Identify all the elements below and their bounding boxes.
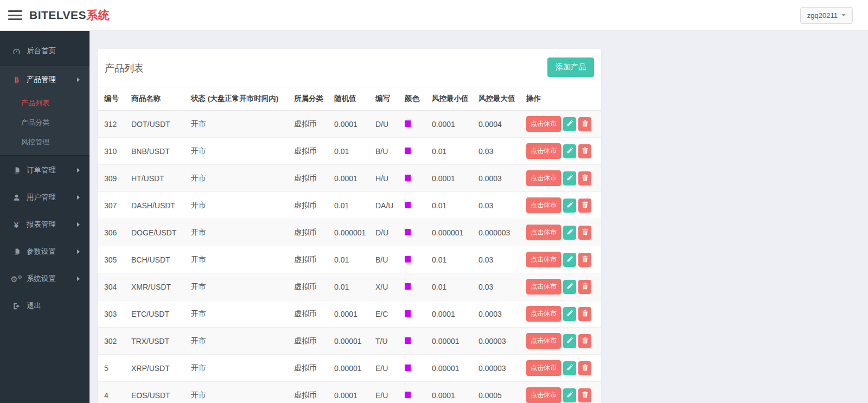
delete-button[interactable]	[578, 226, 591, 240]
sidebar-subitem[interactable]: 产品分类	[0, 113, 90, 132]
menu-toggle-icon[interactable]	[8, 10, 22, 20]
delete-button[interactable]	[578, 144, 591, 158]
close-market-button[interactable]: 点击休市	[526, 116, 561, 132]
cell-product-name: XMR/USDT	[125, 273, 184, 300]
cell-risk-min: 0.0001	[425, 300, 472, 328]
cell-risk-min: 0.000001	[425, 219, 472, 246]
cell-id: 309	[98, 165, 125, 192]
trash-icon	[581, 255, 589, 265]
column-header: 颜色	[398, 87, 425, 111]
cell-id: 312	[98, 111, 125, 138]
edit-button[interactable]	[563, 388, 576, 402]
close-market-button[interactable]: 点击休市	[526, 306, 561, 322]
sidebar-item-yen[interactable]: ¥报表管理	[0, 211, 90, 238]
cell-color	[398, 300, 425, 328]
cell-risk-min: 0.00001	[425, 355, 472, 382]
user-menu[interactable]: zgq20211	[800, 7, 853, 24]
edit-button[interactable]	[563, 361, 576, 375]
delete-button[interactable]	[578, 307, 591, 321]
cell-status: 开市	[184, 165, 288, 192]
cell-random-value: 0.000001	[328, 219, 369, 246]
cell-risk-max: 0.00003	[472, 328, 520, 355]
add-product-button[interactable]: 添加产品	[547, 57, 594, 77]
cell-id: 306	[98, 219, 125, 246]
close-market-button[interactable]: 点击休市	[526, 143, 561, 159]
cell-risk-max: 0.00003	[472, 355, 520, 382]
sidebar-group: 产品管理产品列表产品分类风控管理	[0, 66, 90, 156]
sidebar-item-bitcoin[interactable]: 产品管理	[0, 66, 90, 93]
username-label: zgq20211	[807, 11, 838, 20]
pencil-icon	[566, 255, 574, 265]
cell-id: 302	[98, 328, 125, 355]
cell-random-value: 0.01	[328, 138, 369, 165]
table-row: 305BCH/USDT开市虚拟币0.01B/U0.010.03 点击休市	[98, 246, 601, 273]
trash-icon	[581, 119, 589, 129]
pencil-icon	[566, 201, 574, 210]
table-row: 302TRX/USDT开市虚拟币0.00001T/U0.000010.00003…	[98, 328, 601, 355]
edit-button[interactable]	[563, 117, 576, 131]
card-header: 产品列表 添加产品	[98, 49, 601, 87]
edit-button[interactable]	[563, 226, 576, 240]
cell-risk-max: 0.0004	[472, 111, 520, 138]
close-market-button[interactable]: 点击休市	[526, 252, 561, 267]
sidebar-subitem[interactable]: 产品列表	[0, 93, 90, 113]
close-market-button[interactable]: 点击休市	[526, 360, 561, 376]
cell-actions: 点击休市	[520, 273, 601, 300]
trash-icon	[581, 282, 589, 292]
edit-button[interactable]	[563, 334, 576, 348]
sidebar-item-user[interactable]: 用户管理	[0, 184, 90, 211]
sidebar-item-dashboard[interactable]: 后台首页	[0, 37, 90, 65]
delete-button[interactable]	[578, 388, 591, 402]
cell-actions: 点击休市	[520, 328, 601, 355]
cell-category: 虚拟币	[288, 219, 328, 246]
edit-button[interactable]	[563, 144, 576, 158]
color-swatch	[405, 310, 411, 317]
close-market-button[interactable]: 点击休市	[526, 279, 561, 295]
sidebar-item-files[interactable]: 参数设置	[0, 238, 90, 265]
delete-button[interactable]	[578, 171, 591, 185]
edit-button[interactable]	[563, 253, 576, 267]
edit-button[interactable]	[563, 280, 576, 294]
close-market-button[interactable]: 点击休市	[526, 387, 561, 403]
sidebar-item-logout[interactable]: 退出	[0, 292, 90, 319]
delete-button[interactable]	[578, 334, 591, 348]
cell-id: 5	[98, 355, 125, 382]
close-market-button[interactable]: 点击休市	[526, 197, 561, 213]
cell-status: 开市	[184, 246, 288, 273]
table-row: 312DOT/USDT开市虚拟币0.0001D/U0.00010.0004 点击…	[98, 111, 601, 138]
trash-icon	[581, 228, 589, 238]
table-row: 309HT/USDT开市虚拟币0.0001H/U0.00010.0003 点击休…	[98, 165, 601, 192]
files-icon	[11, 167, 22, 175]
sidebar-item-gears[interactable]: ⚙⚙系统设置	[0, 265, 90, 292]
close-market-button[interactable]: 点击休市	[526, 225, 561, 240]
cell-actions: 点击休市	[520, 165, 601, 192]
delete-button[interactable]	[578, 253, 591, 267]
cell-color	[398, 165, 425, 192]
edit-button[interactable]	[563, 307, 576, 321]
cell-actions: 点击休市	[520, 111, 601, 138]
cell-status: 开市	[184, 138, 288, 165]
chevron-right-icon	[77, 277, 80, 281]
cell-color	[398, 111, 425, 138]
cell-abbreviation: D/U	[369, 219, 398, 246]
delete-button[interactable]	[578, 117, 591, 131]
delete-button[interactable]	[578, 361, 591, 375]
sidebar-item-label: 用户管理	[27, 193, 56, 202]
close-market-button[interactable]: 点击休市	[526, 333, 561, 349]
main-content: 产品列表 添加产品 编号商品名称状态 (大盘正常开市时间内)所属分类随机值编写颜…	[90, 31, 868, 403]
sidebar-item-files[interactable]: 订单管理	[0, 157, 90, 184]
delete-button[interactable]	[578, 280, 591, 294]
cell-actions: 点击休市	[520, 355, 601, 382]
pencil-icon	[566, 146, 574, 156]
sidebar-subitem[interactable]: 风控管理	[0, 132, 90, 152]
cell-random-value: 0.00001	[328, 355, 369, 382]
close-market-button[interactable]: 点击休市	[526, 170, 561, 186]
column-header: 编号	[98, 87, 125, 111]
cell-product-name: EOS/USDT	[125, 382, 184, 403]
edit-button[interactable]	[563, 171, 576, 185]
cell-product-name: DASH/USDT	[125, 192, 184, 219]
delete-button[interactable]	[578, 199, 591, 213]
edit-button[interactable]	[563, 199, 576, 213]
chevron-right-icon	[77, 222, 80, 227]
cell-abbreviation: T/U	[369, 328, 398, 355]
